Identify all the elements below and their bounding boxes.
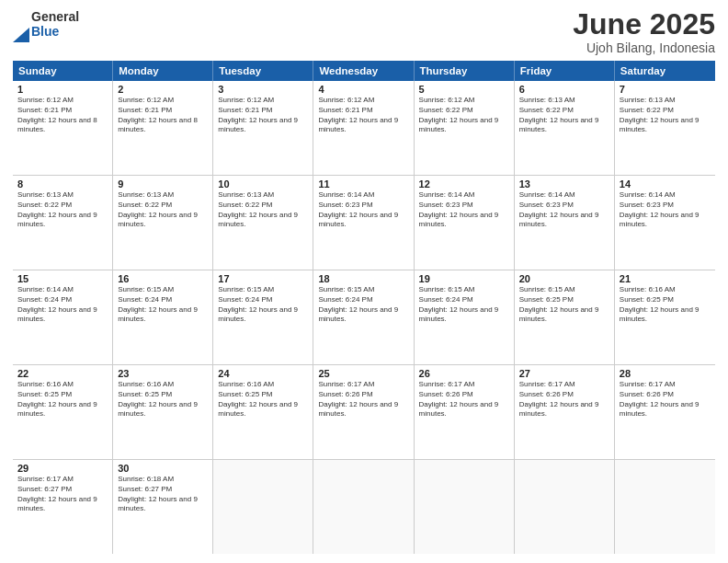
day-number: 18 <box>318 273 408 284</box>
calendar-cell: 2Sunrise: 6:12 AMSunset: 6:21 PMDaylight… <box>113 81 213 175</box>
calendar-cell: 8Sunrise: 6:13 AMSunset: 6:22 PMDaylight… <box>13 176 113 270</box>
month-title: June 2025 <box>573 9 715 39</box>
day-number: 20 <box>519 273 609 284</box>
cell-info: Sunrise: 6:13 AMSunset: 6:22 PMDaylight:… <box>17 190 108 230</box>
calendar-cell: 22Sunrise: 6:16 AMSunset: 6:25 PMDayligh… <box>13 365 113 459</box>
calendar-cell: 1Sunrise: 6:12 AMSunset: 6:21 PMDaylight… <box>13 81 113 175</box>
day-number: 19 <box>419 273 509 284</box>
calendar-cell: 28Sunrise: 6:17 AMSunset: 6:26 PMDayligh… <box>615 365 715 459</box>
cell-info: Sunrise: 6:12 AMSunset: 6:21 PMDaylight:… <box>118 96 208 135</box>
calendar-body: 1Sunrise: 6:12 AMSunset: 6:21 PMDaylight… <box>13 81 715 554</box>
day-number: 11 <box>318 178 408 190</box>
cell-info: Sunrise: 6:16 AMSunset: 6:25 PMDaylight:… <box>17 380 108 419</box>
cell-info: Sunrise: 6:13 AMSunset: 6:22 PMDaylight:… <box>118 190 208 230</box>
logo: General Blue <box>13 9 79 42</box>
cell-info: Sunrise: 6:12 AMSunset: 6:21 PMDaylight:… <box>17 96 108 135</box>
calendar-cell: 24Sunrise: 6:16 AMSunset: 6:25 PMDayligh… <box>213 365 313 459</box>
calendar-row: 1Sunrise: 6:12 AMSunset: 6:21 PMDaylight… <box>13 81 715 176</box>
day-number: 28 <box>620 368 711 379</box>
calendar-cell: 25Sunrise: 6:17 AMSunset: 6:26 PMDayligh… <box>313 365 414 459</box>
cell-info: Sunrise: 6:14 AMSunset: 6:23 PMDaylight:… <box>318 190 408 230</box>
calendar-cell: 7Sunrise: 6:13 AMSunset: 6:22 PMDaylight… <box>615 81 715 175</box>
header: General Blue June 2025 Ujoh Bilang, Indo… <box>13 9 715 55</box>
calendar-cell <box>313 460 414 554</box>
day-number: 7 <box>620 84 711 95</box>
calendar-cell: 11Sunrise: 6:14 AMSunset: 6:23 PMDayligh… <box>313 176 414 270</box>
logo-brand: General Blue <box>13 9 79 42</box>
header-day: Wednesday <box>313 61 414 81</box>
calendar-cell: 23Sunrise: 6:16 AMSunset: 6:25 PMDayligh… <box>113 365 213 459</box>
day-number: 14 <box>620 178 711 190</box>
cell-info: Sunrise: 6:15 AMSunset: 6:24 PMDaylight:… <box>118 285 208 325</box>
day-number: 5 <box>419 84 509 95</box>
cell-info: Sunrise: 6:13 AMSunset: 6:22 PMDaylight:… <box>620 96 711 135</box>
header-day: Thursday <box>415 61 515 81</box>
cell-info: Sunrise: 6:14 AMSunset: 6:23 PMDaylight:… <box>620 190 711 230</box>
svg-marker-0 <box>13 28 29 42</box>
day-number: 2 <box>118 84 208 95</box>
day-number: 29 <box>17 463 108 474</box>
calendar-cell: 4Sunrise: 6:12 AMSunset: 6:21 PMDaylight… <box>313 81 414 175</box>
calendar-cell: 21Sunrise: 6:16 AMSunset: 6:25 PMDayligh… <box>615 270 715 364</box>
calendar-cell: 18Sunrise: 6:15 AMSunset: 6:24 PMDayligh… <box>313 270 414 364</box>
calendar-cell: 30Sunrise: 6:18 AMSunset: 6:27 PMDayligh… <box>113 460 213 554</box>
day-number: 8 <box>17 178 108 190</box>
cell-info: Sunrise: 6:16 AMSunset: 6:25 PMDaylight:… <box>620 285 711 325</box>
logo-blue: Blue <box>31 24 79 39</box>
calendar-cell: 6Sunrise: 6:13 AMSunset: 6:22 PMDaylight… <box>515 81 615 175</box>
day-number: 13 <box>519 178 609 190</box>
calendar-cell <box>415 460 515 554</box>
cell-info: Sunrise: 6:17 AMSunset: 6:26 PMDaylight:… <box>318 380 408 419</box>
page: General Blue June 2025 Ujoh Bilang, Indo… <box>0 0 728 563</box>
day-number: 21 <box>620 273 711 284</box>
calendar-header: SundayMondayTuesdayWednesdayThursdayFrid… <box>13 61 715 81</box>
day-number: 15 <box>17 273 108 284</box>
calendar-cell: 10Sunrise: 6:13 AMSunset: 6:22 PMDayligh… <box>213 176 313 270</box>
calendar-row: 8Sunrise: 6:13 AMSunset: 6:22 PMDaylight… <box>13 176 715 270</box>
day-number: 23 <box>118 368 208 379</box>
cell-info: Sunrise: 6:18 AMSunset: 6:27 PMDaylight:… <box>118 475 208 514</box>
day-number: 3 <box>218 84 308 95</box>
header-day: Monday <box>113 61 213 81</box>
day-number: 12 <box>419 178 509 190</box>
calendar-row: 15Sunrise: 6:14 AMSunset: 6:24 PMDayligh… <box>13 270 715 365</box>
day-number: 10 <box>218 178 308 190</box>
calendar-cell: 26Sunrise: 6:17 AMSunset: 6:26 PMDayligh… <box>415 365 515 459</box>
calendar-cell: 12Sunrise: 6:14 AMSunset: 6:23 PMDayligh… <box>415 176 515 270</box>
cell-info: Sunrise: 6:12 AMSunset: 6:21 PMDaylight:… <box>218 96 308 135</box>
calendar-cell: 17Sunrise: 6:15 AMSunset: 6:24 PMDayligh… <box>213 270 313 364</box>
cell-info: Sunrise: 6:12 AMSunset: 6:21 PMDaylight:… <box>318 96 408 135</box>
day-number: 26 <box>419 368 509 379</box>
calendar-row: 29Sunrise: 6:17 AMSunset: 6:27 PMDayligh… <box>13 460 715 554</box>
calendar-cell: 13Sunrise: 6:14 AMSunset: 6:23 PMDayligh… <box>515 176 615 270</box>
title-block: June 2025 Ujoh Bilang, Indonesia <box>573 9 715 55</box>
cell-info: Sunrise: 6:17 AMSunset: 6:26 PMDaylight:… <box>419 380 509 419</box>
cell-info: Sunrise: 6:16 AMSunset: 6:25 PMDaylight:… <box>118 380 208 419</box>
cell-info: Sunrise: 6:17 AMSunset: 6:27 PMDaylight:… <box>17 475 108 514</box>
day-number: 25 <box>318 368 408 379</box>
cell-info: Sunrise: 6:15 AMSunset: 6:24 PMDaylight:… <box>218 285 308 325</box>
day-number: 22 <box>17 368 108 379</box>
calendar-cell: 16Sunrise: 6:15 AMSunset: 6:24 PMDayligh… <box>113 270 213 364</box>
day-number: 1 <box>17 84 108 95</box>
day-number: 16 <box>118 273 208 284</box>
cell-info: Sunrise: 6:13 AMSunset: 6:22 PMDaylight:… <box>519 96 609 135</box>
calendar-cell <box>213 460 313 554</box>
header-day: Tuesday <box>213 61 313 81</box>
cell-info: Sunrise: 6:15 AMSunset: 6:25 PMDaylight:… <box>519 285 609 325</box>
calendar-cell <box>615 460 715 554</box>
location: Ujoh Bilang, Indonesia <box>573 40 715 55</box>
cell-info: Sunrise: 6:15 AMSunset: 6:24 PMDaylight:… <box>419 285 509 325</box>
calendar-cell: 3Sunrise: 6:12 AMSunset: 6:21 PMDaylight… <box>213 81 313 175</box>
day-number: 27 <box>519 368 609 379</box>
day-number: 6 <box>519 84 609 95</box>
day-number: 17 <box>218 273 308 284</box>
calendar: SundayMondayTuesdayWednesdayThursdayFrid… <box>13 61 715 554</box>
calendar-cell: 9Sunrise: 6:13 AMSunset: 6:22 PMDaylight… <box>113 176 213 270</box>
calendar-cell: 20Sunrise: 6:15 AMSunset: 6:25 PMDayligh… <box>515 270 615 364</box>
cell-info: Sunrise: 6:17 AMSunset: 6:26 PMDaylight:… <box>519 380 609 419</box>
header-day: Saturday <box>615 61 715 81</box>
logo-triangle <box>13 9 29 42</box>
cell-info: Sunrise: 6:17 AMSunset: 6:26 PMDaylight:… <box>620 380 711 419</box>
logo-svg <box>13 9 29 42</box>
